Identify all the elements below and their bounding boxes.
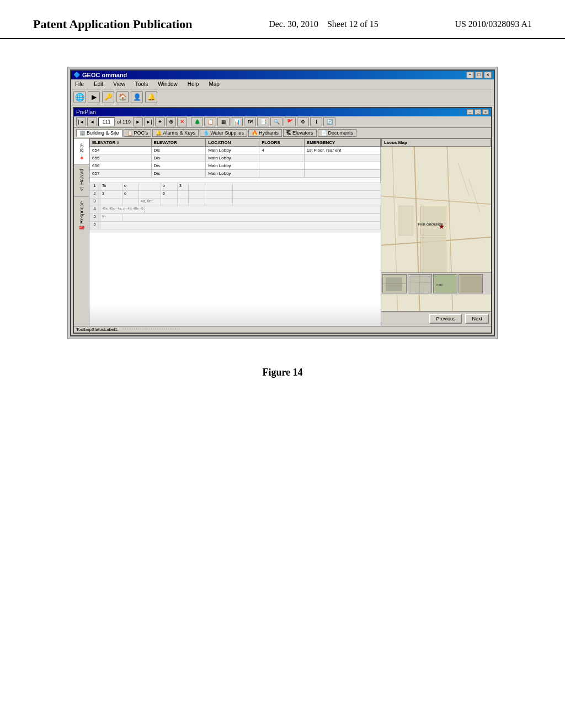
table-row-add[interactable]	[90, 177, 381, 183]
table-row[interactable]: 655 Dis Main Lobby	[90, 154, 381, 162]
cell	[205, 183, 233, 190]
table-row[interactable]: 656 Dis Main Lobby	[90, 162, 381, 169]
cell-elevator-num: 654	[90, 146, 152, 154]
close-button[interactable]: ×	[484, 72, 492, 78]
toolbar-btn-1[interactable]: 🌐	[73, 91, 86, 103]
svg-rect-15	[386, 277, 402, 291]
row-num: 1	[89, 183, 100, 190]
nav-refresh-btn[interactable]: 🔄	[323, 117, 335, 126]
inner-close[interactable]: ×	[482, 109, 489, 115]
nav-layer-btn[interactable]: 📑	[257, 117, 269, 126]
sidebar-tab-response[interactable]: 🚒 Response	[74, 196, 89, 236]
nav-last-btn[interactable]: ►|	[144, 117, 154, 126]
toolbar-btn-5[interactable]: 👤	[131, 91, 143, 103]
thumbnail-row: map	[381, 273, 491, 295]
col-location: LOCATION	[206, 138, 259, 146]
water-icon: 💧	[203, 130, 209, 136]
window-controls: − □ ×	[466, 72, 492, 78]
cell: o	[122, 183, 139, 190]
cell-floors	[259, 162, 305, 169]
app-background: 🔷 GEOC ommand − □ × File Edit View Tools	[68, 67, 497, 339]
toolbar-btn-2[interactable]: ▶	[88, 91, 100, 103]
nav-tree-btn[interactable]: 🌲	[191, 117, 203, 126]
inner-title: PrePlan	[76, 109, 96, 115]
document-icon: 📄	[321, 130, 327, 136]
cell	[205, 191, 233, 198]
menu-view[interactable]: View	[111, 81, 127, 88]
next-button[interactable]: Next	[465, 314, 489, 324]
tab-elevators[interactable]: 🏗 Elevators	[283, 129, 317, 137]
cell-location: Main Lobby	[206, 169, 259, 177]
hazard-icon: ⚠	[79, 186, 84, 192]
svg-rect-9	[399, 206, 413, 235]
thumbnail-3[interactable]: map	[433, 274, 457, 293]
sidebar-tab-hazard[interactable]: ⚠ Hazard	[74, 164, 89, 196]
nav-info-btn[interactable]: ℹ	[310, 117, 322, 126]
screenshot-container: 🔷 GEOC ommand − □ × File Edit View Tools	[67, 67, 498, 339]
nav-add-btn[interactable]: +	[155, 117, 165, 126]
cell-location: Main Lobby	[206, 162, 259, 169]
nav-prev-btn[interactable]: ◄	[87, 117, 97, 126]
nav-first-btn[interactable]: |◄	[76, 117, 86, 126]
right-panel: Locus Map	[381, 138, 491, 326]
status-bar: ToolbnpStatusLabel1: · · · · · · · · · ·…	[74, 326, 491, 333]
tab-water[interactable]: 💧 Water Supplies	[200, 129, 247, 137]
cell	[100, 222, 381, 229]
nav-delete-btn[interactable]: ✕	[177, 117, 187, 126]
menu-help[interactable]: Help	[186, 81, 201, 88]
menu-edit[interactable]: Edit	[92, 81, 105, 88]
status-label: ToolbnpStatusLabel1:	[76, 327, 119, 332]
thumbnail-1[interactable]	[382, 274, 407, 293]
nav-settings-btn[interactable]: ⚙	[297, 117, 309, 126]
previous-button[interactable]: Previous	[429, 314, 462, 324]
col-emergency: EMERGENCY	[304, 138, 380, 146]
cell	[122, 214, 381, 221]
tab-documents[interactable]: 📄 Documents	[318, 129, 357, 137]
spreadsheet-row: 4 45s, 45s - 4a, x - 4b, 40s - 0...	[89, 206, 381, 214]
tab-building-site[interactable]: 🏢 Building & Site	[76, 129, 122, 137]
cell	[178, 199, 189, 206]
poc-icon: 📋	[127, 130, 133, 136]
cell	[100, 199, 122, 206]
tab-pocs[interactable]: 📋 POC's	[124, 129, 152, 137]
thumbnail-4[interactable]	[459, 274, 483, 293]
menu-window[interactable]: Window	[156, 81, 179, 88]
inner-minimize[interactable]: −	[467, 109, 473, 115]
nav-map-btn[interactable]: 🗺	[244, 117, 256, 126]
table-row[interactable]: 654 Dis Main Lobby 4 1st Floor, rear ent	[90, 146, 381, 154]
nav-flag-btn[interactable]: 🚩	[284, 117, 296, 126]
nav-grid-btn[interactable]: ▦	[217, 117, 230, 126]
app-title-bar: 🔷 GEOC ommand − □ ×	[71, 71, 494, 79]
tab-hydrants[interactable]: 🔥 Hydrants	[248, 129, 282, 137]
col-elevator: ELEVATOR	[151, 138, 206, 146]
tab-alarms[interactable]: 🔔 Alarms & Keys	[152, 129, 199, 137]
nav-search-btn[interactable]: 🔍	[270, 117, 282, 126]
cell-elevator: Dis	[151, 154, 206, 162]
nav-table-btn[interactable]: 📋	[204, 117, 216, 126]
figure-caption: Figure 14	[262, 367, 302, 378]
toolbar-btn-6[interactable]: 🔔	[145, 91, 157, 103]
sidebar-tab-site[interactable]: 📍 Site	[74, 138, 89, 164]
minimize-button[interactable]: −	[466, 72, 474, 78]
table-row[interactable]: 657 Dis Main Lobby	[90, 169, 381, 177]
thumbnail-2[interactable]	[408, 274, 432, 293]
menu-map[interactable]: Map	[207, 81, 221, 88]
nav-next-btn[interactable]: ►	[133, 117, 143, 126]
menu-file[interactable]: File	[73, 81, 86, 88]
cell-floors: 4	[259, 146, 305, 154]
menu-tools[interactable]: Tools	[134, 81, 150, 88]
toolbar-btn-3[interactable]: 🔑	[102, 91, 114, 103]
toolbar-btn-4[interactable]: 🏠	[116, 91, 129, 103]
cell-emergency	[304, 169, 380, 177]
nav-compass-btn[interactable]: ⊕	[166, 117, 176, 126]
nav-chart-btn[interactable]: 📊	[231, 117, 243, 126]
inner-title-bar: PrePlan − □ ×	[74, 108, 491, 116]
maximize-button[interactable]: □	[475, 72, 483, 78]
inner-maximize[interactable]: □	[475, 109, 481, 115]
publication-date: Dec. 30, 2010 Sheet 12 of 15	[269, 17, 379, 29]
spreadsheet-area: 1 To o o 3 2	[89, 183, 381, 233]
nav-record-input[interactable]	[98, 117, 115, 126]
spreadsheet-row: 6	[89, 222, 381, 229]
svg-text:FAIR GROUNDS: FAIR GROUNDS	[418, 223, 444, 226]
app-title: 🔷 GEOC ommand	[73, 72, 127, 78]
